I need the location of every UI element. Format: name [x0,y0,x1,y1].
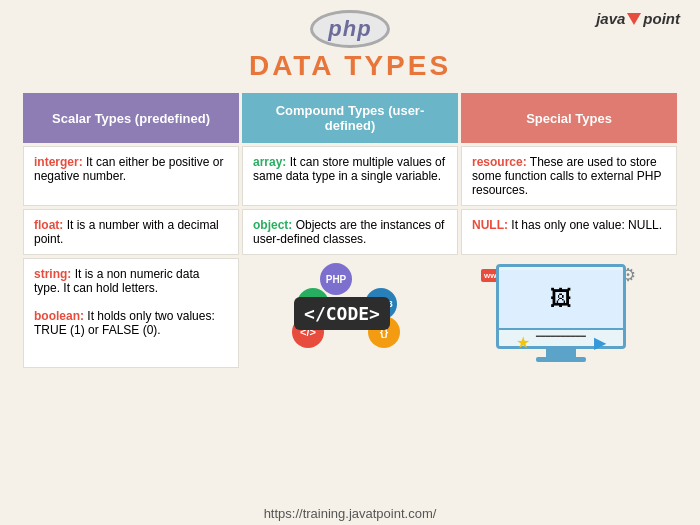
point-text: point [643,10,680,27]
header: php java point DATA TYPES [0,0,700,86]
monitor-screen: 🖼 [499,270,623,330]
monitor-illustration: www ⚙ 🖼 ━━━━━━━━━━ ★ ▶ [461,258,661,368]
special-resource: resource: These are used to store some f… [461,146,677,206]
monitor-illustration-cell: www ⚙ 🖼 ━━━━━━━━━━ ★ ▶ [461,258,677,368]
header-compound: Compound Types (user-defined) [242,93,458,143]
page-title: DATA TYPES [249,50,451,82]
play-icon: ▶ [594,333,606,352]
footer-url: https://training.javatpoint.com/ [264,506,437,521]
keyword-integer: interger: [34,155,83,169]
scalar-string-boolean: string: It is a non numeric data type. I… [23,258,239,368]
keyword-array: array: [253,155,286,169]
php-logo-text: php [328,16,371,42]
compound-array: array: It can store multiple values of s… [242,146,458,206]
header-scalar: Scalar Types (predefined) [23,93,239,143]
code-illustration: PHP HTML CSS3 </CODE> </> {} [242,258,442,368]
table-row: float: It is a number with a decimal poi… [23,209,677,255]
data-types-table: Scalar Types (predefined) Compound Types… [20,90,680,371]
logo-area: php java point [0,10,700,48]
keyword-float: float: [34,218,63,232]
java-text: java [596,10,625,27]
scalar-float: float: It is a number with a decimal poi… [23,209,239,255]
scalar-integer: interger: It can either be positive or n… [23,146,239,206]
page: php java point DATA TYPES Scalar Types (… [0,0,700,525]
keyword-string: string: [34,267,71,281]
php-badge: PHP [320,263,352,295]
boolean-block: boolean: It holds only two values: TRUE … [34,309,228,337]
keyword-null: NULL: [472,218,508,232]
special-null: NULL: It has only one value: NULL. [461,209,677,255]
footer: https://training.javatpoint.com/ [264,500,437,525]
monitor-base [536,357,586,362]
code-block: </CODE> [294,297,390,330]
compound-object: object: Objects are the instances of use… [242,209,458,255]
null-desc: It has only one value: NULL. [511,218,662,232]
code-illustration-cell: PHP HTML CSS3 </CODE> </> {} [242,258,458,368]
code-label: </CODE> [304,303,380,324]
javatpoint-logo: java point [596,10,680,27]
keyword-resource: resource: [472,155,527,169]
monitor-stand [546,349,576,357]
php-logo: php [310,10,390,48]
keyword-object: object: [253,218,292,232]
star-icon: ★ [516,333,530,352]
triangle-icon [627,13,641,25]
monitor-bar: ━━━━━━━━━━ [534,330,588,343]
table-row: interger: It can either be positive or n… [23,146,677,206]
header-special: Special Types [461,93,677,143]
string-block: string: It is a non numeric data type. I… [34,267,228,295]
keyword-boolean: boolean: [34,309,84,323]
